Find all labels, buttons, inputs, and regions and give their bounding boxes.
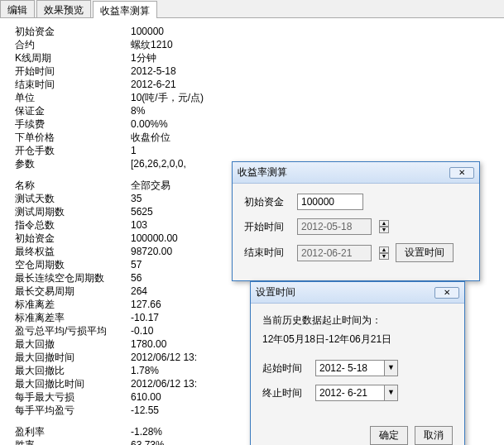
row-label: 手续费 bbox=[15, 117, 131, 131]
combo-start-value: 2012- 5-18 bbox=[316, 361, 384, 376]
row-value: 610.00 bbox=[131, 390, 263, 404]
row-label: 最长连续空仓周期数 bbox=[15, 271, 131, 285]
row-label: 最终权益 bbox=[15, 245, 131, 258]
spinner-end[interactable]: ▲▼ bbox=[379, 246, 389, 260]
row-value: -12.55 bbox=[131, 404, 263, 417]
row-label: 最大回撤 bbox=[15, 337, 131, 351]
range-text: 12年05月18日-12年06月21日 bbox=[262, 333, 453, 347]
row-label: 开始时间 bbox=[15, 65, 131, 78]
ok-button[interactable]: 确定 bbox=[370, 426, 408, 445]
row-label: 开仓手数 bbox=[15, 144, 131, 157]
row-label: 合约 bbox=[15, 38, 131, 51]
row-label: 最大回撤比 bbox=[15, 364, 131, 377]
row-value: 2012/06/12 13: bbox=[131, 377, 263, 390]
row-label: 最大回撤时间 bbox=[15, 351, 131, 364]
dialog-yield-calc: 收益率测算 ✕ 初始资金 开始时间 2012-05-18 ▲▼ 结束时间 201… bbox=[232, 161, 480, 281]
chevron-down-icon: ▼ bbox=[384, 385, 397, 400]
combo-end-date[interactable]: 2012- 6-21 ▼ bbox=[315, 385, 398, 401]
dialog-set-time-title: 设置时间 bbox=[256, 285, 295, 299]
row-label: 下单价格 bbox=[15, 131, 131, 144]
row-value: 127.66 bbox=[131, 298, 263, 311]
select-start-time[interactable]: 2012-05-18 bbox=[297, 218, 372, 235]
row-label: K线周期 bbox=[15, 51, 131, 65]
row-label: 保证金 bbox=[15, 104, 131, 117]
label-range-end: 终止时间 bbox=[262, 386, 309, 400]
row-value: 螺纹1210 bbox=[131, 38, 263, 51]
row-value: 2012-6-21 bbox=[131, 78, 263, 91]
tab-preview[interactable]: 效果预览 bbox=[36, 0, 91, 17]
row-value: 10(吨/手，元/点) bbox=[131, 91, 263, 104]
row-label: 胜率 bbox=[15, 438, 131, 445]
row-value: -0.10 bbox=[131, 324, 263, 337]
select-end-time[interactable]: 2012-06-21 bbox=[297, 245, 372, 261]
label-start-time: 开始时间 bbox=[244, 220, 290, 234]
row-label: 测试天数 bbox=[15, 192, 131, 205]
row-label: 每手最大亏损 bbox=[15, 390, 131, 404]
cancel-button[interactable]: 取消 bbox=[415, 426, 453, 445]
label-initial-funds: 初始资金 bbox=[244, 195, 290, 209]
data-row: 手续费0.00%% bbox=[15, 117, 501, 131]
label-range-start: 起始时间 bbox=[262, 361, 309, 376]
close-icon[interactable]: ✕ bbox=[434, 287, 459, 299]
data-row: 保证金8% bbox=[15, 104, 501, 117]
row-label: 标准离差 bbox=[15, 298, 131, 311]
row-value: 264 bbox=[131, 285, 263, 298]
row-value: 1 bbox=[131, 144, 263, 157]
row-label: 测试周期数 bbox=[15, 205, 131, 218]
row-value: 2012/06/12 13: bbox=[131, 351, 263, 364]
combo-start-date[interactable]: 2012- 5-18 ▼ bbox=[315, 360, 398, 376]
row-value: -10.17 bbox=[131, 311, 263, 324]
spinner-start[interactable]: ▲▼ bbox=[379, 220, 389, 233]
row-label: 最大回撤比时间 bbox=[15, 377, 131, 390]
row-label: 盈利率 bbox=[15, 425, 131, 438]
data-row: 初始资金100000 bbox=[15, 25, 501, 38]
row-value: 2012-5-18 bbox=[131, 65, 263, 78]
row-value: 63.73% bbox=[131, 438, 263, 445]
row-label: 初始资金 bbox=[15, 25, 131, 38]
row-value: 收盘价位 bbox=[131, 131, 263, 144]
row-label: 盈亏总平均/亏损平均 bbox=[15, 324, 131, 337]
row-value: 0.00%% bbox=[131, 117, 263, 131]
range-text-prefix: 当前历史数据起止时间为： bbox=[262, 313, 453, 328]
data-row: 开始时间2012-5-18 bbox=[15, 65, 501, 78]
dialog-yield-title: 收益率测算 bbox=[238, 165, 287, 179]
row-value: 1.78% bbox=[131, 364, 263, 377]
row-label: 初始资金 bbox=[15, 232, 131, 245]
chevron-down-icon: ▼ bbox=[384, 361, 397, 376]
input-initial-funds[interactable] bbox=[297, 194, 363, 210]
row-value: 8% bbox=[131, 104, 263, 117]
row-label: 参数 bbox=[15, 157, 131, 170]
data-row: 合约螺纹1210 bbox=[15, 38, 501, 51]
set-time-button[interactable]: 设置时间 bbox=[396, 243, 454, 262]
row-label: 空仓周期数 bbox=[15, 258, 131, 271]
row-label: 标准离差率 bbox=[15, 311, 131, 324]
row-value: 1780.00 bbox=[131, 337, 263, 351]
data-row: K线周期1分钟 bbox=[15, 51, 501, 65]
row-value: -1.28% bbox=[131, 425, 263, 438]
row-label: 名称 bbox=[15, 179, 131, 192]
row-label: 最长交易周期 bbox=[15, 285, 131, 298]
select-start-time-value: 2012-05-18 bbox=[301, 221, 352, 232]
data-row: 结束时间2012-6-21 bbox=[15, 78, 501, 91]
row-value: 1分钟 bbox=[131, 51, 263, 65]
tab-bar: 编辑 效果预览 收益率测算 bbox=[0, 0, 504, 18]
row-label: 指令总数 bbox=[15, 218, 131, 232]
label-end-time: 结束时间 bbox=[244, 246, 290, 260]
tab-calc[interactable]: 收益率测算 bbox=[93, 1, 157, 18]
tab-edit[interactable]: 编辑 bbox=[0, 0, 35, 17]
row-value: 100000 bbox=[131, 25, 263, 38]
row-label: 结束时间 bbox=[15, 78, 131, 91]
row-label: 每手平均盈亏 bbox=[15, 404, 131, 417]
data-row: 单位10(吨/手，元/点) bbox=[15, 91, 501, 104]
close-icon[interactable]: ✕ bbox=[449, 167, 474, 179]
row-label: 单位 bbox=[15, 91, 131, 104]
data-row: 开仓手数1 bbox=[15, 144, 501, 157]
dialog-set-time: 设置时间 ✕ 当前历史数据起止时间为： 12年05月18日-12年06月21日 … bbox=[250, 281, 465, 445]
combo-end-value: 2012- 6-21 bbox=[316, 385, 384, 400]
select-end-time-value: 2012-06-21 bbox=[301, 247, 352, 259]
data-row: 下单价格收盘价位 bbox=[15, 131, 501, 144]
